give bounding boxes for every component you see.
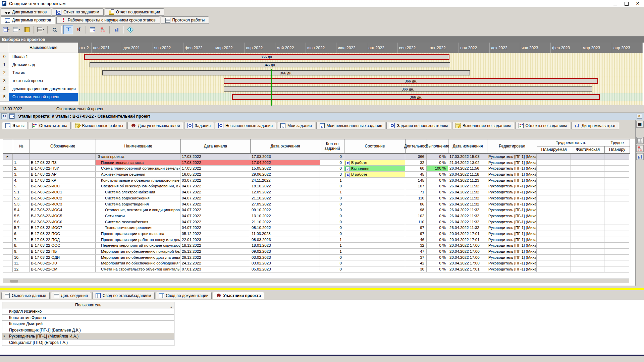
sort-order-button[interactable]: [1, 113, 7, 119]
cell-status: [344, 154, 405, 160]
project-name-cell[interactable]: Детский сад: [9, 61, 78, 69]
user-row[interactable]: Специалист [ПТО] (Егоров Г.А.): [2, 340, 174, 346]
project-name-cell[interactable]: тестовый проект: [9, 77, 78, 85]
stage-card-button[interactable]: [9, 113, 15, 119]
user-row[interactable]: Константин Фролов: [2, 315, 174, 321]
cell-labor-plan: [537, 231, 571, 237]
gantt-row[interactable]: 1Детский сад346 дн.: [0, 61, 644, 69]
user-row[interactable]: ►Руководитель [ПГ-1] (Михайлов И.А.): [2, 333, 174, 340]
tab-projects-diagram[interactable]: Диаграмма проектов: [1, 16, 55, 24]
tab-summary-docs[interactable]: Свод по документации: [156, 292, 212, 299]
gantt-bar[interactable]: 366 дн.: [224, 78, 598, 84]
maximize-button[interactable]: [621, 1, 631, 7]
stage-row[interactable]: 5.6.В-17-03-22-ИОС6Система газоснабжения…: [3, 219, 629, 225]
status-check-icon: [345, 167, 350, 171]
user-row[interactable]: Косырев Дмитрий: [2, 321, 174, 327]
tab-summary-stages[interactable]: Свод по этапам/заданиям: [92, 292, 155, 299]
stage-row[interactable]: 5.4.В-17-03-22-ИОС4Отопление, вентиляция…: [3, 207, 629, 213]
stage-row[interactable]: 5.5.В-17-03-22-ИОС5Сети связи04.07.20221…: [3, 213, 629, 219]
tab-progress-by-tasks[interactable]: Выполнение по заданиям: [452, 122, 514, 129]
gantt-bar[interactable]: 366 дн.: [84, 54, 449, 60]
stage-row[interactable]: 10.В-17-03-22-ОДИМероприятия по обеспече…: [3, 255, 629, 261]
tab-stage-objects[interactable]: Объекты этапа: [29, 122, 71, 129]
rail-chart-button[interactable]: [636, 153, 644, 160]
cell-labor-plan2: [604, 189, 629, 195]
structure-toggle-button[interactable]: [63, 25, 73, 34]
rail-tree-button[interactable]: [636, 145, 644, 152]
cell-num: 3.: [13, 172, 30, 177]
stage-row[interactable]: 5.7.В-17-03-22-ИОС7Технологические решен…: [3, 225, 629, 231]
tab-label: Мои задания: [287, 123, 312, 128]
stage-row[interactable]: 3.В-17-03-22-АРАрхитектурные решения16.0…: [3, 172, 629, 178]
stage-row[interactable]: 6.В-17-03-22-ПОСПроект организации строи…: [3, 231, 629, 237]
tab-docs-report[interactable]: Отчет по документации: [105, 8, 164, 16]
tab-unfinished-tasks[interactable]: Невыполненные задания: [215, 122, 276, 129]
tab-my-tasks[interactable]: Мои задания: [277, 122, 315, 129]
rail-options-button[interactable]: [636, 137, 644, 144]
stage-row[interactable]: ►Этапы проекта17.03.202217.03.202303660 …: [3, 154, 629, 160]
view-options-button[interactable]: ▼: [1, 25, 11, 34]
gantt-row[interactable]: 5Ознакомительнай проект366 дн.: [0, 93, 644, 101]
tab-completed-works[interactable]: Выполненные работы: [72, 122, 126, 129]
violations-filter-button[interactable]: [74, 25, 84, 34]
tab-stages[interactable]: Этапы: [2, 122, 28, 129]
stage-row[interactable]: 12.В-17-03-22-СМСмета на строительство о…: [3, 266, 629, 273]
warning-diamond-button[interactable]: [125, 25, 135, 34]
gantt-row[interactable]: 3тестовый проект366 дн.: [0, 77, 644, 85]
gantt-bar[interactable]: 346 дн.: [90, 62, 450, 67]
stage-row[interactable]: 4.В-17-03-22-КРКонструктивные и объемно-…: [3, 178, 629, 184]
gantt-row[interactable]: 0Школа 1366 дн.: [0, 53, 644, 61]
stage-row[interactable]: 1.В-17-03-22-ПЗПояснительная записка17.0…: [3, 160, 629, 166]
stage-row[interactable]: 5.В-17-03-22-ИОССведения об инженерном о…: [3, 183, 629, 189]
stage-row[interactable]: 5.2.В-17-03-22-ИОС2Система водоснабжения…: [3, 195, 629, 201]
tab-tasks-report[interactable]: Отчет по заданиям: [52, 8, 104, 16]
project-name-cell[interactable]: Тестик: [9, 69, 78, 77]
tab-main-data[interactable]: Основные данные: [1, 292, 50, 299]
stage-panel-close-button[interactable]: ✕: [637, 114, 642, 119]
stage-row[interactable]: 2.В-17-03-22-ПЗУСхема планировочной орга…: [3, 166, 629, 172]
tab-additional-info[interactable]: Доп. сведения: [51, 292, 91, 299]
user-name: Косырев Дмитрий: [7, 321, 43, 327]
close-button[interactable]: ✕: [633, 1, 643, 7]
gantt-bar[interactable]: 366 дн.: [102, 70, 470, 75]
tab-overdue-projects[interactable]: Рабочие проекты с нарушением сроков этап…: [56, 16, 160, 24]
stage-row[interactable]: 5.1.В-17-03-22-ИОС1Система электроснабже…: [3, 189, 629, 195]
user-row[interactable]: Проектировщик [ПГ-1] (Васильев Д.К.): [2, 327, 174, 334]
cell-progress: 0 %: [427, 160, 448, 166]
tab-user-access[interactable]: Доступ пользователей: [127, 122, 183, 129]
tree-chart-button[interactable]: [98, 25, 108, 34]
help-book-button[interactable]: [22, 25, 32, 34]
users-column-header[interactable]: Пользователь ▲: [2, 302, 174, 308]
scrollbar-thumb[interactable]: [10, 280, 18, 283]
minimize-button[interactable]: [610, 1, 621, 7]
tab-tasks[interactable]: Задания: [184, 122, 214, 129]
stage-row[interactable]: 11.В-17-03-22-ЭЭМероприятия по обеспечен…: [3, 260, 629, 266]
stage-row[interactable]: 8.В-17-03-22-ООСПеречень мероприятий по …: [3, 243, 629, 249]
project-name-cell[interactable]: демонстрационная документация: [9, 85, 78, 93]
print-button[interactable]: ▼: [36, 25, 46, 34]
tab-work-log[interactable]: Протокол работы: [161, 16, 209, 24]
project-name-cell[interactable]: Ознакомительнай проект: [9, 93, 78, 101]
gantt-row[interactable]: 4демонстрационная документация366 дн.: [0, 85, 644, 93]
gantt-row[interactable]: 2Тестик366 дн.: [0, 69, 644, 77]
tab-my-unfinished-tasks[interactable]: Мои невыполненные задания: [316, 122, 386, 129]
gantt-bar[interactable]: 366 дн.: [224, 86, 592, 92]
tab-costs-diagram[interactable]: Диаграмма затрат: [571, 122, 619, 129]
stage-row[interactable]: 5.3.В-17-03-22-ИОС3Система водоотведения…: [3, 201, 629, 207]
project-name-cell[interactable]: Школа 1: [9, 53, 78, 61]
search-db-button[interactable]: [50, 25, 59, 34]
gantt-bar[interactable]: 366 дн.: [232, 94, 600, 100]
tab-tasks-by-users[interactable]: Задания по пользователям: [386, 122, 451, 129]
tab-objects-by-tasks[interactable]: Объекты по заданиям: [515, 122, 570, 129]
document-button[interactable]: ▼: [12, 25, 21, 34]
cell-status: [344, 266, 405, 272]
user-row[interactable]: Кирилл Исаченко: [2, 308, 174, 315]
export-report-button[interactable]: [88, 25, 97, 34]
tab-project-members[interactable]: Участники проекта: [213, 292, 264, 299]
bar-chart-button[interactable]: [112, 25, 121, 34]
rail-menu-button[interactable]: [636, 121, 644, 128]
stage-row[interactable]: 9.В-17-03-22-ПБМероприятия по обеспечени…: [3, 249, 629, 255]
horizontal-scrollbar[interactable]: [3, 279, 629, 283]
stage-row[interactable]: 7.В-17-03-22-ПОДПроект организации работ…: [3, 237, 629, 243]
tab-stages-diagram[interactable]: Диаграмма этапов: [1, 8, 51, 16]
